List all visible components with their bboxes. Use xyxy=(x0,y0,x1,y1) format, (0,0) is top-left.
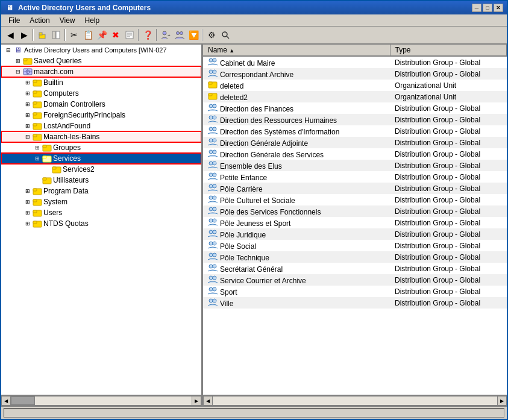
table-row[interactable]: Pôle Jeuness et SportDistribution Group … xyxy=(203,217,507,228)
menu-view[interactable]: View xyxy=(55,16,80,25)
right-scroll-track[interactable] xyxy=(213,396,497,406)
up-button[interactable] xyxy=(36,28,49,42)
cell-type: Distribution Group - Global xyxy=(390,263,507,274)
menu-file[interactable]: File xyxy=(4,16,25,25)
expand-lost-found[interactable]: ⊞ xyxy=(23,121,33,131)
tree-item-builtin[interactable]: ⊞ Builtin xyxy=(1,77,201,88)
right-scroll-left-btn[interactable]: ◀ xyxy=(203,396,213,406)
table-row[interactable]: Secrétariat GénéralDistribution Group - … xyxy=(203,263,507,274)
settings-button[interactable]: ⚙ xyxy=(205,28,218,42)
cell-name: Direction Générale Adjointe xyxy=(203,137,390,148)
table-row[interactable]: VilleDistribution Group - Global xyxy=(203,297,507,309)
create-group-button[interactable] xyxy=(173,28,186,42)
expand-groupes[interactable]: ⊞ xyxy=(33,143,42,152)
table-row[interactable]: Pôle Culturel et SocialeDistribution Gro… xyxy=(203,194,507,205)
svg-rect-15 xyxy=(24,58,27,61)
table-row[interactable]: deleted2Organizational Unit xyxy=(203,91,507,102)
table-row[interactable]: Petite EnfanceDistribution Group - Globa… xyxy=(203,171,507,183)
group-icon xyxy=(208,160,218,169)
minimize-button[interactable]: ─ xyxy=(472,4,481,12)
expand-root[interactable]: ⊟ xyxy=(4,45,13,55)
close-button[interactable]: ✕ xyxy=(494,4,503,12)
expand-foreign-security[interactable]: ⊞ xyxy=(23,110,33,120)
table-row[interactable]: Pôle des Services FonctionnelsDistributi… xyxy=(203,205,507,217)
tree-item-users[interactable]: ⊞ Users xyxy=(1,207,201,218)
table-row[interactable]: Pôle JuridiqueDistribution Group - Globa… xyxy=(203,228,507,240)
table-row[interactable]: deletedOrganizational Unit xyxy=(203,80,507,91)
tree-item-groupes[interactable]: ⊞ Groupes xyxy=(1,142,201,153)
menu-action[interactable]: Action xyxy=(25,16,54,25)
table-row[interactable]: Cabinet du MaireDistribution Group - Glo… xyxy=(203,56,507,68)
back-button[interactable]: ◀ xyxy=(4,28,17,42)
table-row[interactable]: Correspondant ArchiveDistribution Group … xyxy=(203,68,507,80)
svg-rect-27 xyxy=(33,113,37,115)
cut-button[interactable]: ✂ xyxy=(67,28,81,42)
expand-maarch-com[interactable]: ⊟ xyxy=(13,67,23,77)
builtin-icon xyxy=(33,78,42,87)
expand-builtin[interactable]: ⊞ xyxy=(23,78,33,87)
table-row[interactable]: Direction Générale des ServicesDistribut… xyxy=(203,148,507,160)
expand-maarch-les-bains[interactable]: ⊟ xyxy=(23,132,33,142)
tree-item-maarch-les-bains[interactable]: ⊟ Maarch-les-Bains xyxy=(1,131,201,142)
svg-point-56 xyxy=(209,104,213,108)
cell-name: Pôle Culturel et Sociale xyxy=(203,194,390,205)
filter-button[interactable]: 🔽 xyxy=(187,28,200,42)
delete-button[interactable]: ✖ xyxy=(109,28,122,42)
create-user-button[interactable]: + xyxy=(159,28,172,42)
menu-help[interactable]: Help xyxy=(80,16,105,25)
help-button[interactable]: ❓ xyxy=(141,28,154,42)
tree-label-foreign-security: ForeignSecurityPrincipals xyxy=(43,111,125,119)
paste-button[interactable]: 📌 xyxy=(95,28,108,42)
tree-item-root[interactable]: ⊟ 🖥 Active Directory Users and Computers… xyxy=(1,45,201,55)
copy-button[interactable]: 📋 xyxy=(81,28,95,42)
tree-item-domain-controllers[interactable]: ⊞ Domain Controllers xyxy=(1,99,201,110)
column-header-name[interactable]: Name xyxy=(203,45,390,56)
table-row[interactable]: Direction Générale AdjointeDistribution … xyxy=(203,137,507,148)
expand-users[interactable]: ⊞ xyxy=(23,208,33,218)
expand-domain-controllers[interactable]: ⊞ xyxy=(23,99,33,109)
tree-item-foreign-security[interactable]: ⊞ ForeignSecurityPrincipals xyxy=(1,110,201,121)
detail-pane: Name Type Cabinet du MaireDistribution G… xyxy=(203,45,507,395)
row-name-text: Sport xyxy=(220,288,237,296)
table-row[interactable]: Direction des Systèmes d'InformationDist… xyxy=(203,125,507,137)
table-row[interactable]: Pôle SocialDistribution Group - Global xyxy=(203,240,507,251)
left-scroll-left-btn[interactable]: ◀ xyxy=(1,396,11,406)
tree-item-services[interactable]: ⊞ Services xyxy=(1,153,201,164)
table-row[interactable]: Pôle TechniqueDistribution Group - Globa… xyxy=(203,251,507,263)
left-scroll-track[interactable] xyxy=(11,396,192,406)
tree-item-system[interactable]: ⊞ System xyxy=(1,196,201,207)
table-row[interactable]: Pôle CarrièreDistribution Group - Global xyxy=(203,183,507,194)
expand-saved-queries[interactable]: ⊞ xyxy=(13,56,23,66)
tree-item-saved-queries[interactable]: ⊞ Saved Queries xyxy=(1,55,201,66)
tree-item-services2[interactable]: ⊞ Services2 xyxy=(1,164,201,175)
left-scroll-right-btn[interactable]: ▶ xyxy=(192,396,201,406)
expand-ntds-quotas[interactable]: ⊞ xyxy=(23,219,33,228)
tree-item-ntds-quotas[interactable]: ⊞ NTDS Quotas xyxy=(1,218,201,229)
table-row[interactable]: Direction des Ressources HumainesDistrib… xyxy=(203,114,507,125)
expand-computers[interactable]: ⊞ xyxy=(23,89,33,98)
cell-type: Distribution Group - Global xyxy=(390,68,507,80)
cell-name: Ensemble des Elus xyxy=(203,160,390,171)
find-button[interactable] xyxy=(219,28,232,42)
expand-system[interactable]: ⊞ xyxy=(23,197,33,207)
cell-name: Pôle Jeuness et Sport xyxy=(203,217,390,228)
column-header-type[interactable]: Type xyxy=(390,45,507,56)
horizontal-scrollbar-area: ◀ ▶ ◀ ▶ xyxy=(1,395,507,406)
tree-item-program-data[interactable]: ⊞ Program Data xyxy=(1,186,201,196)
maximize-button[interactable]: □ xyxy=(483,4,492,12)
table-row[interactable]: Service Courrier et ArchiveDistribution … xyxy=(203,274,507,286)
row-name-text: Direction des Ressources Humaines xyxy=(220,116,337,125)
expand-program-data[interactable]: ⊞ xyxy=(23,186,33,196)
properties-button[interactable] xyxy=(123,28,136,42)
tree-item-utilisateurs[interactable]: ⊞ Utilisateurs xyxy=(1,175,201,186)
table-row[interactable]: Direction des FinancesDistribution Group… xyxy=(203,102,507,114)
tree-item-lost-found[interactable]: ⊞ LostAndFound xyxy=(1,121,201,131)
tree-item-maarch-com[interactable]: ⊟ maarch.com xyxy=(1,66,201,77)
table-row[interactable]: SportDistribution Group - Global xyxy=(203,286,507,297)
show-hide-button[interactable] xyxy=(49,28,63,42)
tree-item-computers[interactable]: ⊞ Computers xyxy=(1,88,201,99)
right-scroll-right-btn[interactable]: ▶ xyxy=(497,396,507,406)
expand-services[interactable]: ⊞ xyxy=(33,154,42,163)
forward-button[interactable]: ▶ xyxy=(17,28,31,42)
table-row[interactable]: Ensemble des ElusDistribution Group - Gl… xyxy=(203,160,507,171)
